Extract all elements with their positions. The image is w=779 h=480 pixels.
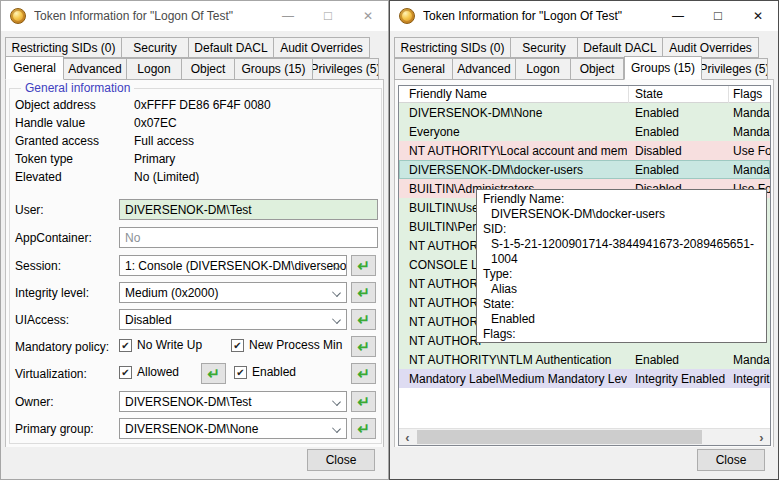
enter-arrow-icon: ↵ [357, 394, 370, 409]
scroll-left-icon[interactable]: ‹ [399, 429, 416, 445]
scrollbar-thumb[interactable] [417, 430, 702, 444]
session-apply-button[interactable]: ↵ [351, 255, 376, 276]
tab-privileges-5[interactable]: Privileges (5) [702, 58, 768, 80]
tooltip-value: DIVERSENOK-DM\docker-users [483, 207, 760, 222]
maximize-icon: □ [714, 8, 722, 23]
integrity-combobox[interactable]: Medium (0x2000) [119, 282, 347, 303]
tab-groups-15[interactable]: Groups (15) [624, 56, 702, 80]
tab-general[interactable]: General [394, 58, 453, 80]
primary-group-combobox[interactable]: DIVERSENOK-DM\None [119, 418, 347, 439]
uiaccess-apply-button[interactable]: ↵ [351, 309, 376, 330]
tab-security[interactable]: Security [122, 37, 189, 58]
tab-groups-15[interactable]: Groups (15) [235, 58, 313, 80]
virtualization-allowed-checkbox[interactable]: ✔ Allowed [119, 365, 179, 379]
tab-default-dacl[interactable]: Default DACL [578, 37, 663, 58]
tab-advanced[interactable]: Advanced [453, 58, 516, 80]
mandatory-policy-label: Mandatory policy: [15, 340, 109, 354]
tab-restricting-sids-0[interactable]: Restricting SIDs (0) [394, 37, 511, 58]
column-header-state[interactable]: State [635, 87, 663, 101]
checkbox-check-icon: ✔ [231, 339, 244, 352]
column-header-flags[interactable]: Flags [733, 87, 762, 101]
primary-group-apply-button[interactable]: ↵ [351, 418, 376, 439]
close-button[interactable]: ✕ [348, 1, 388, 31]
scroll-right-icon[interactable]: › [753, 429, 770, 445]
tab-advanced[interactable]: Advanced [64, 58, 127, 80]
app-coin-icon [399, 8, 415, 24]
tab-restricting-sids-0[interactable]: Restricting SIDs (0) [5, 37, 122, 58]
info-row: ElevatedNo (Limited) [15, 170, 199, 186]
tooltip-label: Type: [483, 267, 760, 282]
new-process-min-checkbox[interactable]: ✔ New Process Min [231, 338, 342, 352]
maximize-button[interactable]: □ [698, 1, 738, 31]
tooltip-value: Alias [483, 282, 760, 297]
integrity-label: Integrity level: [15, 286, 89, 300]
tab-strip-top: Restricting SIDs (0)SecurityDefault DACL… [5, 37, 370, 58]
uiaccess-combobox[interactable]: Disabled [119, 309, 347, 330]
session-combobox[interactable]: 1: Console (DIVERSENOK-DM\diversenok) [119, 255, 347, 276]
table-row-selected[interactable]: DIVERSENOK-DM\docker-usersEnabledMandat [399, 160, 770, 179]
close-icon: ✕ [753, 9, 763, 23]
close-dialog-button[interactable]: Close [307, 449, 375, 471]
table-cell: DIVERSENOK-DM\docker-users [409, 163, 627, 177]
info-label: Handle value [15, 116, 134, 132]
tab-security[interactable]: Security [511, 37, 578, 58]
tab-privileges-5[interactable]: Privileges (5) [313, 58, 379, 80]
tab-logon[interactable]: Logon [516, 58, 571, 80]
tab-audit-overrides[interactable]: Audit Overrides [274, 37, 370, 58]
virtualization-enabled-checkbox[interactable]: ✔ Enabled [234, 365, 296, 379]
minimize-button[interactable]: — [268, 1, 308, 31]
table-cell: Mandatory Label\Medium Mandatory Level [409, 372, 627, 386]
tab-audit-overrides[interactable]: Audit Overrides [663, 37, 759, 58]
owner-combobox[interactable]: DIVERSENOK-DM\Test [119, 391, 347, 412]
virtualization-label: Virtualization: [15, 367, 87, 381]
tooltip-label: SID: [483, 222, 760, 237]
appcontainer-field[interactable]: No [119, 227, 378, 248]
table-cell: Mandat [733, 125, 770, 139]
table-cell: Mandat [733, 163, 770, 177]
virtualization-allowed-apply-button[interactable]: ↵ [201, 363, 226, 384]
horizontal-scrollbar[interactable]: ‹ › [399, 428, 770, 445]
info-row: Token typePrimary [15, 152, 175, 168]
mandatory-policy-apply-button[interactable]: ↵ [351, 336, 376, 357]
tab-default-dacl[interactable]: Default DACL [189, 37, 274, 58]
tab-general[interactable]: General [5, 56, 64, 80]
owner-apply-button[interactable]: ↵ [351, 391, 376, 412]
title-bar: Token Information for "Logon Of Test" — … [390, 1, 778, 31]
maximize-button[interactable]: □ [308, 1, 348, 31]
table-cell: Enabled [635, 125, 727, 139]
minimize-icon: — [672, 9, 684, 23]
table-cell: Enabled [635, 353, 727, 367]
tooltip-label: Flags: [483, 327, 760, 342]
table-row[interactable]: NT AUTHORITY\Local account and mem…Disab… [399, 141, 770, 160]
enter-arrow-icon: ↵ [357, 312, 370, 327]
virtualization-apply-button[interactable]: ↵ [351, 363, 376, 384]
tab-logon[interactable]: Logon [127, 58, 182, 80]
column-header-friendly-name[interactable]: Friendly Name [409, 87, 487, 101]
close-dialog-button[interactable]: Close [697, 449, 765, 471]
owner-label: Owner: [15, 395, 54, 409]
chevron-down-icon [332, 315, 341, 324]
chevron-down-icon [332, 288, 341, 297]
tab-object[interactable]: Object [571, 58, 624, 80]
table-row[interactable]: Mandatory Label\Medium Mandatory LevelIn… [399, 369, 770, 388]
chevron-down-icon [332, 424, 341, 433]
table-cell: Integrit [733, 372, 770, 386]
table-row[interactable]: NT AUTHORITY\NTLM AuthenticationEnabledM… [399, 350, 770, 369]
tooltip-value: Enabled [483, 312, 760, 327]
user-field[interactable]: DIVERSENOK-DM\Test [119, 199, 378, 220]
table-cell: Mandat [733, 106, 770, 120]
info-value: Primary [134, 152, 175, 168]
table-cell: Disabled [635, 144, 727, 158]
no-write-up-checkbox[interactable]: ✔ No Write Up [119, 338, 202, 352]
table-cell: Enabled [635, 163, 727, 177]
info-label: Object address [15, 98, 134, 114]
table-cell: Use For [733, 144, 770, 158]
table-cell: Everyone [409, 125, 627, 139]
integrity-apply-button[interactable]: ↵ [351, 282, 376, 303]
table-row[interactable]: DIVERSENOK-DM\NoneEnabledMandat [399, 103, 770, 122]
tab-object[interactable]: Object [182, 58, 235, 80]
primary-group-label: Primary group: [15, 422, 94, 436]
table-row[interactable]: EveryoneEnabledMandat [399, 122, 770, 141]
close-button[interactable]: ✕ [738, 1, 778, 31]
minimize-button[interactable]: — [658, 1, 698, 31]
